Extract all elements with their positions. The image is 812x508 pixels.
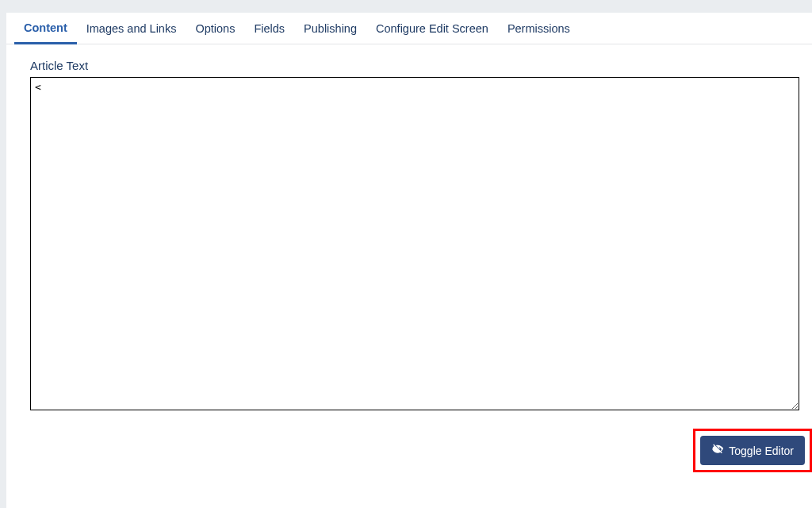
toggle-editor-label: Toggle Editor — [729, 444, 794, 457]
tab-content[interactable]: Content — [14, 13, 77, 44]
highlight-annotation: Toggle Editor — [693, 429, 812, 472]
tab-images-links[interactable]: Images and Links — [77, 13, 186, 44]
tab-publishing[interactable]: Publishing — [294, 13, 366, 44]
article-text-label: Article Text — [30, 59, 788, 72]
toggle-editor-button[interactable]: Toggle Editor — [700, 436, 805, 465]
tab-bar: Content Images and Links Options Fields … — [6, 13, 812, 44]
article-textarea[interactable] — [30, 77, 799, 410]
tab-fields[interactable]: Fields — [244, 13, 294, 44]
editor-panel: Content Images and Links Options Fields … — [6, 13, 812, 508]
tab-configure-edit-screen[interactable]: Configure Edit Screen — [366, 13, 498, 44]
toggle-row: Toggle Editor — [693, 429, 812, 472]
content-area: Article Text — [6, 44, 812, 414]
tab-permissions[interactable]: Permissions — [498, 13, 580, 44]
eye-slash-icon — [711, 443, 724, 458]
tab-options[interactable]: Options — [186, 13, 244, 44]
